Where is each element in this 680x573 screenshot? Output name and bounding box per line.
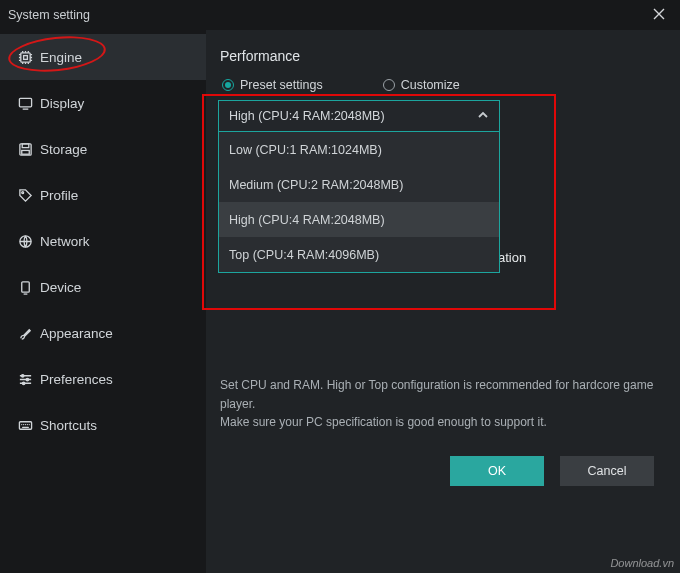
combo-option-label: High (CPU:4 RAM:2048MB) xyxy=(229,213,385,227)
cancel-button[interactable]: Cancel xyxy=(560,456,654,486)
sidebar-item-device[interactable]: Device xyxy=(0,264,206,310)
sidebar-item-appearance[interactable]: Appearance xyxy=(0,310,206,356)
content-area: Engine Display Storage Profile Network xyxy=(0,30,680,573)
svg-rect-1 xyxy=(24,55,28,59)
sidebar-item-label: Preferences xyxy=(40,372,113,387)
sidebar-item-network[interactable]: Network xyxy=(0,218,206,264)
radio-group-mode: Preset settings Customize xyxy=(222,78,656,92)
preset-dropdown-area: High (CPU:4 RAM:2048MB) Low (CPU:1 RAM:1… xyxy=(218,100,656,132)
svg-point-11 xyxy=(22,382,24,384)
save-icon xyxy=(18,142,40,157)
sidebar: Engine Display Storage Profile Network xyxy=(0,30,206,573)
main-panel: Performance Preset settings Customize Hi… xyxy=(206,30,680,573)
ok-button[interactable]: OK xyxy=(450,456,544,486)
combo-option-label: Medium (CPU:2 RAM:2048MB) xyxy=(229,178,403,192)
title-bar: System setting xyxy=(0,0,680,30)
sliders-icon xyxy=(18,372,40,387)
sidebar-item-display[interactable]: Display xyxy=(0,80,206,126)
chevron-up-icon xyxy=(477,109,489,124)
help-line: Make sure your PC specification is good … xyxy=(220,413,656,432)
sidebar-item-profile[interactable]: Profile xyxy=(0,172,206,218)
dialog-button-row: OK Cancel xyxy=(218,456,656,486)
combo-option-label: Low (CPU:1 RAM:1024MB) xyxy=(229,143,382,157)
svg-rect-0 xyxy=(21,52,30,61)
sidebar-item-shortcuts[interactable]: Shortcuts xyxy=(0,402,206,448)
sidebar-item-label: Network xyxy=(40,234,90,249)
watermark-text: Download.vn xyxy=(610,557,674,569)
sidebar-item-label: Shortcuts xyxy=(40,418,97,433)
combo-option-low[interactable]: Low (CPU:1 RAM:1024MB) xyxy=(219,132,499,167)
svg-rect-12 xyxy=(19,421,31,429)
combo-option-label: Top (CPU:4 RAM:4096MB) xyxy=(229,248,379,262)
brush-icon xyxy=(18,326,40,341)
sidebar-item-label: Display xyxy=(40,96,84,111)
combo-option-medium[interactable]: Medium (CPU:2 RAM:2048MB) xyxy=(219,167,499,202)
sidebar-item-label: Appearance xyxy=(40,326,113,341)
sidebar-item-engine[interactable]: Engine xyxy=(0,34,206,80)
radio-preset-settings[interactable]: Preset settings xyxy=(222,78,323,92)
svg-point-6 xyxy=(22,191,24,193)
button-label: OK xyxy=(488,464,506,478)
radio-label: Customize xyxy=(401,78,460,92)
preset-combo-list: Low (CPU:1 RAM:1024MB) Medium (CPU:2 RAM… xyxy=(218,132,500,273)
radio-customize[interactable]: Customize xyxy=(383,78,460,92)
svg-point-9 xyxy=(21,374,23,376)
sidebar-item-storage[interactable]: Storage xyxy=(0,126,206,172)
globe-icon xyxy=(18,234,40,249)
combo-selected-value: High (CPU:4 RAM:2048MB) xyxy=(229,109,385,123)
radio-label: Preset settings xyxy=(240,78,323,92)
keyboard-icon xyxy=(18,418,40,433)
close-button[interactable] xyxy=(646,2,672,28)
radio-dot-icon xyxy=(383,79,395,91)
sidebar-item-label: Storage xyxy=(40,142,87,157)
sidebar-item-preferences[interactable]: Preferences xyxy=(0,356,206,402)
svg-point-10 xyxy=(26,378,28,380)
monitor-icon xyxy=(18,96,40,111)
radio-dot-icon xyxy=(222,79,234,91)
help-line: Set CPU and RAM. High or Top configurati… xyxy=(220,376,656,413)
section-title-performance: Performance xyxy=(220,48,656,64)
svg-rect-8 xyxy=(22,281,30,291)
close-icon xyxy=(653,8,665,23)
combo-option-top[interactable]: Top (CPU:4 RAM:4096MB) xyxy=(219,237,499,272)
svg-rect-4 xyxy=(22,143,29,147)
help-text: Set CPU and RAM. High or Top configurati… xyxy=(220,376,656,432)
svg-rect-5 xyxy=(22,150,30,154)
cpu-icon xyxy=(18,50,40,65)
window-title: System setting xyxy=(8,8,646,22)
sidebar-item-label: Device xyxy=(40,280,81,295)
sidebar-item-label: Engine xyxy=(40,50,82,65)
preset-combo[interactable]: High (CPU:4 RAM:2048MB) xyxy=(218,100,500,132)
button-label: Cancel xyxy=(588,464,627,478)
sidebar-item-label: Profile xyxy=(40,188,78,203)
svg-rect-2 xyxy=(19,98,31,106)
obscured-text-fragment: ation xyxy=(498,250,526,265)
combo-option-high[interactable]: High (CPU:4 RAM:2048MB) xyxy=(219,202,499,237)
tag-icon xyxy=(18,188,40,203)
device-icon xyxy=(18,280,40,295)
